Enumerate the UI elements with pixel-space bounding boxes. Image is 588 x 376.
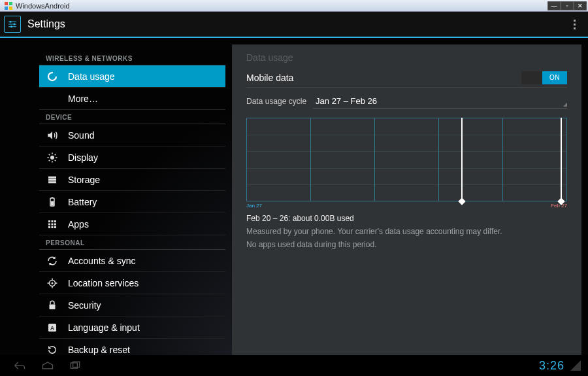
chart-x-labels: Jan 27 Feb 27 [246, 203, 567, 209]
settings-sidebar: WIRELESS & NETWORKS Data usage More… DEV… [39, 44, 225, 355]
app-icon [4, 1, 13, 10]
window-titlebar: WindowsAndroid — ▫ ✕ [0, 0, 588, 12]
range-selector-end[interactable] [561, 118, 562, 201]
svg-rect-19 [52, 223, 54, 225]
sidebar-item-label: Battery [68, 197, 97, 207]
mobile-data-row: Mobile data ON [246, 68, 567, 88]
measured-note: Measured by your phone. Your carrier's d… [246, 227, 567, 236]
svg-rect-2 [5, 7, 8, 10]
svg-point-6 [10, 26, 12, 27]
close-button[interactable]: ✕ [574, 1, 587, 10]
sidebar-item-language[interactable]: A Language & input [39, 316, 225, 339]
minimize-button[interactable]: — [547, 1, 561, 10]
sidebar-item-label: Storage [68, 175, 100, 185]
svg-rect-21 [48, 226, 50, 228]
sidebar-item-security[interactable]: Security [39, 294, 225, 316]
usage-summary: Feb 20 – 26: about 0.00B used [246, 214, 567, 223]
svg-rect-16 [52, 220, 54, 222]
android-root: Settings WIRELESS & NETWORKS Data usage … [0, 12, 588, 376]
svg-point-5 [14, 24, 16, 26]
sidebar-item-label: Sound [68, 130, 94, 141]
overflow-menu-button[interactable] [564, 11, 584, 37]
signal-icon [570, 360, 581, 371]
apps-icon [46, 218, 59, 231]
system-bar: 3:26 [0, 355, 588, 376]
sidebar-item-label: Language & input [68, 322, 140, 333]
battery-icon [46, 196, 59, 209]
page-title: Settings [27, 18, 65, 30]
language-icon: A [46, 321, 59, 334]
data-usage-chart[interactable] [246, 118, 567, 201]
lock-icon [46, 299, 59, 312]
mobile-data-switch[interactable]: ON [521, 71, 567, 84]
sync-icon [46, 254, 59, 267]
chart-x-start: Jan 27 [246, 203, 262, 209]
recents-button[interactable] [61, 355, 89, 376]
switch-state: ON [542, 71, 567, 84]
sidebar-item-label: Data usage [68, 71, 115, 82]
section-header-wireless: WIRELESS & NETWORKS [39, 51, 225, 65]
sidebar-item-accounts-sync[interactable]: Accounts & sync [39, 250, 225, 272]
sidebar-item-apps[interactable]: Apps [39, 213, 225, 235]
svg-rect-0 [5, 2, 8, 5]
sidebar-item-label: Accounts & sync [68, 256, 136, 266]
sound-icon [46, 129, 59, 142]
sidebar-item-sound[interactable]: Sound [39, 124, 225, 146]
no-apps-note: No apps used data during this period. [246, 240, 567, 249]
backup-icon [46, 343, 59, 356]
back-button[interactable] [7, 355, 34, 376]
cycle-value: Jan 27 – Feb 26 [316, 96, 377, 106]
svg-point-7 [48, 73, 56, 80]
section-header-device: DEVICE [39, 110, 225, 124]
sidebar-item-label: Apps [68, 219, 89, 230]
storage-icon [46, 173, 59, 186]
sidebar-item-display[interactable]: Display [39, 146, 225, 169]
location-icon [46, 277, 59, 290]
svg-rect-20 [54, 223, 56, 225]
mobile-data-label: Mobile data [246, 73, 521, 83]
status-clock[interactable]: 3:26 [539, 359, 564, 373]
svg-point-8 [50, 156, 54, 160]
sidebar-item-label: Security [68, 300, 101, 311]
data-usage-icon [46, 70, 59, 83]
sidebar-item-label: Backup & reset [68, 345, 130, 355]
detail-header: Data usage [246, 52, 567, 68]
sidebar-item-storage[interactable]: Storage [39, 169, 225, 191]
sidebar-item-data-usage[interactable]: Data usage [39, 65, 225, 88]
svg-rect-3 [9, 7, 12, 10]
window-title: WindowsAndroid [16, 2, 547, 10]
cycle-dropdown[interactable]: Jan 27 – Feb 26 [313, 94, 567, 109]
svg-rect-10 [48, 179, 56, 180]
svg-rect-23 [54, 226, 56, 228]
svg-rect-18 [48, 223, 50, 225]
settings-icon [4, 16, 21, 33]
detail-pane: Data usage Mobile data ON Data usage cyc… [232, 44, 581, 355]
svg-text:A: A [50, 324, 55, 331]
sidebar-item-label: Display [68, 152, 98, 163]
svg-rect-26 [50, 304, 56, 309]
svg-rect-15 [48, 220, 50, 222]
svg-point-25 [52, 282, 54, 284]
range-selector-start[interactable] [461, 118, 463, 201]
sidebar-item-battery[interactable]: Battery [39, 191, 225, 213]
chart-x-end: Feb 27 [551, 203, 567, 209]
maximize-button[interactable]: ▫ [561, 1, 574, 10]
svg-rect-13 [52, 197, 54, 198]
svg-rect-11 [48, 181, 56, 183]
action-bar: Settings [0, 12, 588, 38]
section-header-personal: PERSONAL [39, 235, 225, 250]
svg-rect-22 [52, 226, 54, 228]
svg-rect-17 [54, 220, 56, 222]
cycle-row: Data usage cycle Jan 27 – Feb 26 [246, 88, 567, 115]
svg-point-4 [10, 21, 12, 23]
svg-rect-14 [51, 201, 54, 205]
home-button[interactable] [34, 355, 61, 376]
svg-rect-1 [9, 2, 12, 5]
svg-rect-9 [48, 176, 56, 178]
content-area: WIRELESS & NETWORKS Data usage More… DEV… [0, 38, 588, 355]
display-icon [46, 151, 59, 164]
sidebar-item-more[interactable]: More… [39, 88, 225, 110]
sidebar-item-label: More… [68, 94, 98, 104]
sidebar-item-location[interactable]: Location services [39, 272, 225, 294]
cycle-label: Data usage cycle [246, 97, 306, 106]
